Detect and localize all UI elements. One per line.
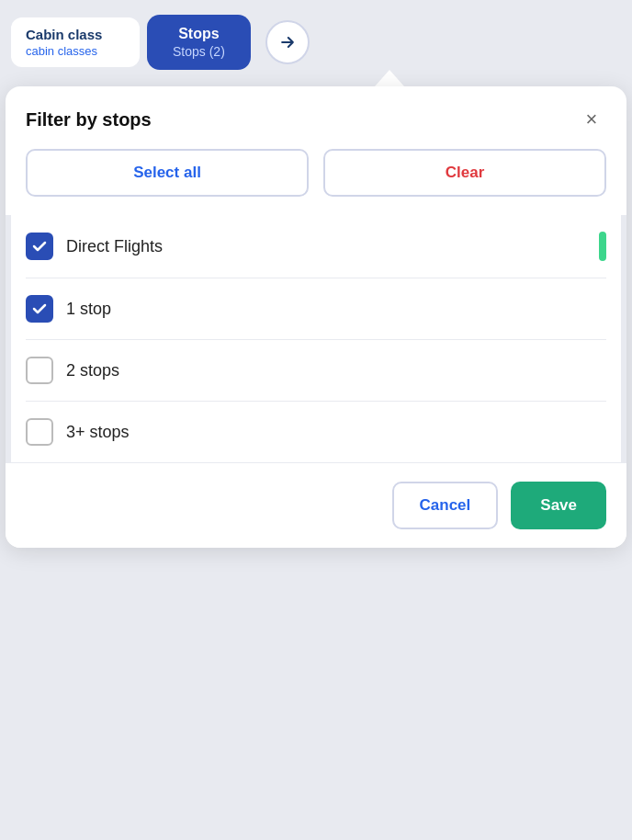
modal-body: Direct Flights 1 stop 2 s [6,215,626,462]
three-plus-stops-label: 3+ stops [66,423,130,442]
left-accent [6,215,11,462]
one-stop-checkbox[interactable] [26,295,53,323]
modal-footer: Cancel Save [6,462,626,548]
action-buttons-row: Select all Clear [6,149,626,215]
cabin-class-subtitle: cabin classes [26,44,125,58]
stops-tab-title: Stops [173,26,225,42]
clear-button[interactable]: Clear [323,149,606,197]
select-all-button[interactable]: Select all [26,149,309,197]
two-stops-label: 2 stops [66,361,119,380]
modal-pointer [147,70,632,86]
list-item[interactable]: 3+ stops [26,402,606,462]
top-bar: Cabin class cabin classes Stops Stops (2… [0,0,632,70]
save-button[interactable]: Save [511,482,606,529]
cabin-class-tab[interactable]: Cabin class cabin classes [11,17,140,67]
two-stops-checkbox[interactable] [26,357,53,384]
three-plus-stops-checkbox[interactable] [26,418,53,446]
right-accent [621,215,626,462]
modal-title: Filter by stops [26,109,152,131]
modal-header: Filter by stops × [6,86,626,149]
stops-tab-subtitle: Stops (2) [173,44,225,59]
direct-flights-accent [599,232,606,261]
stops-tab[interactable]: Stops Stops (2) [147,15,251,70]
next-arrow-button[interactable] [265,20,310,64]
list-item[interactable]: 1 stop [26,278,606,340]
stops-option-list: Direct Flights 1 stop 2 s [6,215,626,462]
close-button[interactable]: × [577,105,606,134]
cancel-button[interactable]: Cancel [392,482,499,529]
filter-modal: Filter by stops × Select all Clear Direc… [6,86,626,548]
list-item[interactable]: 2 stops [26,340,606,402]
list-item[interactable]: Direct Flights [26,215,606,278]
one-stop-label: 1 stop [66,300,111,319]
direct-flights-checkbox[interactable] [26,233,53,260]
direct-flights-label: Direct Flights [66,237,163,256]
cabin-class-title: Cabin class [26,27,125,42]
